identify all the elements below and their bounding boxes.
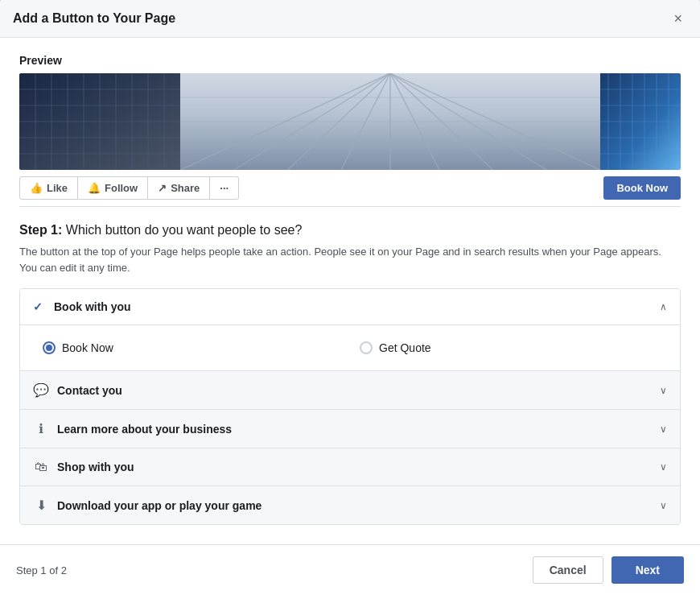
like-label: Like	[47, 182, 68, 194]
step-description: The button at the top of your Page helps…	[19, 244, 681, 275]
radio-label-book-now: Book Now	[62, 341, 113, 354]
option-group-header-download[interactable]: ⬇ Download your app or play your game ∨	[20, 486, 680, 524]
follow-label: Follow	[105, 182, 138, 194]
shop-icon: 🛍	[33, 460, 49, 474]
sub-items-book-with-you: Book Now Get Quote	[20, 324, 680, 370]
modal-header: Add a Button to Your Page ×	[0, 0, 700, 38]
group-label-book-with-you: Book with you	[54, 300, 131, 313]
group-label-contact-you: Contact you	[57, 384, 122, 397]
radio-get-quote[interactable]: Get Quote	[350, 335, 667, 361]
group-label-shop: Shop with you	[57, 461, 134, 473]
step-number: Step 1:	[19, 223, 62, 237]
more-button[interactable]: ···	[210, 176, 239, 200]
step-question: Which button do you want people to see?	[66, 223, 303, 237]
preview-image	[19, 73, 681, 170]
option-group-header-book-with-you[interactable]: ✓ Book with you ∧	[20, 289, 680, 324]
preview-img-left	[19, 73, 180, 170]
share-icon: ↗	[158, 182, 167, 194]
modal-container: Add a Button to Your Page × Preview	[0, 0, 700, 595]
radio-circle-get-quote	[360, 341, 373, 354]
radio-book-now[interactable]: Book Now	[33, 335, 350, 361]
chevron-down-icon-download: ∨	[660, 500, 667, 511]
radio-circle-book-now	[43, 341, 56, 354]
step-title: Step 1: Which button do you want people …	[19, 223, 681, 238]
radio-label-get-quote: Get Quote	[379, 341, 431, 354]
close-button[interactable]: ×	[669, 10, 687, 27]
group-label-download: Download your app or play your game	[57, 499, 261, 512]
like-button[interactable]: 👍 Like	[19, 176, 78, 200]
modal-title: Add a Button to Your Page	[13, 11, 175, 26]
chevron-down-icon-contact: ∨	[660, 385, 667, 396]
chevron-up-icon: ∧	[660, 301, 667, 312]
download-icon: ⬇	[33, 498, 49, 513]
option-group-learn-more: ℹ Learn more about your business ∨	[20, 410, 680, 448]
chevron-down-icon-learn: ∨	[660, 424, 667, 435]
option-group-shop: 🛍 Shop with you ∨	[20, 448, 680, 486]
share-button[interactable]: ↗ Share	[148, 176, 210, 200]
contact-icon: 💬	[33, 382, 49, 398]
option-group-header-learn-more[interactable]: ℹ Learn more about your business ∨	[20, 410, 680, 448]
modal-footer: Step 1 of 2 Cancel Next	[0, 544, 700, 595]
chevron-down-icon-shop: ∨	[660, 461, 667, 473]
option-group-header-contact-you[interactable]: 💬 Contact you ∨	[20, 371, 680, 409]
options-container: ✓ Book with you ∧ Book Now Get Quote	[19, 288, 681, 525]
modal-body: Preview	[0, 38, 700, 544]
footer-buttons: Cancel Next	[533, 556, 684, 584]
share-label: Share	[171, 182, 200, 194]
option-group-book-with-you: ✓ Book with you ∧ Book Now Get Quote	[20, 289, 680, 371]
check-icon: ✓	[33, 300, 46, 313]
preview-img-mid	[180, 73, 600, 170]
action-buttons-group: 👍 Like 🔔 Follow ↗ Share ···	[19, 176, 239, 200]
group-label-learn-more: Learn more about your business	[57, 423, 232, 436]
option-group-contact-you: 💬 Contact you ∨	[20, 371, 680, 410]
option-group-header-shop[interactable]: 🛍 Shop with you ∨	[20, 448, 680, 486]
book-now-preview-button[interactable]: Book Now	[603, 176, 681, 200]
preview-actions-bar: 👍 Like 🔔 Follow ↗ Share ··· Book Now	[19, 170, 681, 207]
cancel-button[interactable]: Cancel	[533, 556, 603, 584]
like-icon: 👍	[30, 182, 43, 194]
follow-icon: 🔔	[88, 182, 101, 194]
step-indicator: Step 1 of 2	[16, 564, 67, 576]
option-group-download: ⬇ Download your app or play your game ∨	[20, 486, 680, 524]
preview-img-right	[600, 73, 681, 170]
follow-button[interactable]: 🔔 Follow	[78, 176, 148, 200]
next-button[interactable]: Next	[611, 556, 684, 584]
preview-label: Preview	[19, 54, 681, 67]
info-icon: ℹ	[33, 421, 49, 436]
more-label: ···	[220, 182, 229, 194]
